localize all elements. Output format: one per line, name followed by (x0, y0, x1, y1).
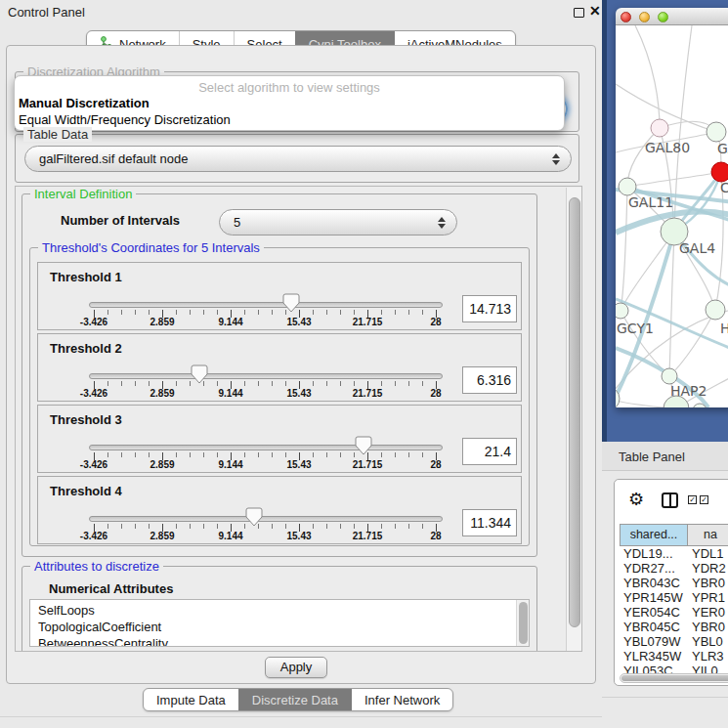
threshold-3-value-field[interactable]: 21.4 (462, 438, 517, 465)
network-node[interactable] (619, 178, 636, 195)
network-node[interactable] (616, 303, 628, 319)
settings-vertical-scrollbar[interactable] (566, 188, 581, 651)
tick-label: 9.144 (218, 459, 242, 470)
attributes-list-scrollbar[interactable] (516, 600, 529, 646)
table-row[interactable]: YER054CYER0 (620, 605, 728, 620)
network-node[interactable] (707, 122, 726, 142)
table-row[interactable]: YLR345WYLR3 (620, 649, 728, 664)
slider-track[interactable] (89, 445, 443, 450)
close-traffic-light-icon[interactable] (621, 12, 631, 22)
cell: YPR145W (623, 590, 686, 605)
table-row[interactable]: YPR145WYPR1 (620, 590, 728, 605)
control-panel-titlebar: Control Panel ✕ (0, 0, 602, 25)
threshold-2-panel: Threshold 2 -3.4262.8599.14415.4321.7152… (37, 333, 522, 402)
cell: YBL079W (623, 634, 686, 649)
slider-track[interactable] (89, 302, 443, 308)
tick-label: -3.426 (80, 388, 107, 399)
cell: YLR345W (623, 649, 686, 664)
checkbox-icon[interactable]: ✓ (688, 495, 697, 504)
scrollbar-thumb[interactable] (569, 197, 580, 627)
apply-button[interactable]: Apply (265, 657, 327, 678)
number-of-intervals-combobox[interactable]: 5 (219, 209, 457, 236)
threshold-1-panel: Threshold 1 -3.4262.8599.14415.4321.7152… (37, 262, 522, 330)
number-of-intervals-label: Number of Intervals (61, 213, 180, 228)
tick-label: 2.859 (150, 388, 174, 399)
threshold-1-value-field[interactable]: 14.713 (462, 295, 517, 322)
slider-thumb[interactable] (245, 507, 263, 527)
node-label: GA (717, 141, 728, 156)
checkbox-icon[interactable]: ✓ (700, 495, 708, 504)
table-data-group-label: Table Data (23, 127, 92, 142)
threshold-4-value-field[interactable]: 11.344 (462, 509, 517, 536)
network-canvas[interactable]: GAL80 GA C GAL11 GAL4 GCY1 H HAP2 (616, 25, 728, 407)
numerical-attributes-label: Numerical Attributes (49, 581, 173, 596)
table-panel-titlebar: Table Panel (602, 442, 728, 471)
column-header-shared-name[interactable]: shared... (620, 524, 688, 546)
tab-infer-network[interactable]: Infer Network (351, 689, 452, 710)
tab-impute-data-label: Impute Data (156, 693, 226, 707)
slider-track[interactable] (89, 516, 443, 522)
table-panel-body: ⚙ ✓ ✓ shared... na YDL19...YDL1 YDR27...… (614, 479, 728, 686)
tick-label: -3.426 (80, 531, 107, 541)
cell: YBR043C (623, 576, 686, 590)
column-header-name[interactable]: na (688, 524, 728, 546)
network-nodes (616, 119, 728, 407)
network-node-selected[interactable] (711, 162, 728, 182)
node-label: GAL11 (628, 194, 673, 210)
network-node[interactable] (651, 119, 668, 137)
network-window-titlebar[interactable] (616, 8, 728, 25)
close-icon[interactable]: ✕ (589, 3, 601, 19)
list-item-topologicalcoefficient[interactable]: TopologicalCoefficient (38, 619, 161, 635)
cyni-toolbox-panel: Discretization Algorithm Select algorith… (6, 45, 596, 684)
cell: YDL1 (692, 546, 724, 561)
slider-thumb[interactable] (355, 436, 372, 455)
table-row[interactable]: YBR043CYBR0 (620, 576, 728, 590)
gear-icon[interactable]: ⚙ (628, 491, 644, 508)
slider-thumb[interactable] (282, 293, 300, 313)
tab-discretize-data[interactable]: Discretize Data (238, 689, 351, 710)
tick-label: 28 (430, 459, 441, 470)
table-row[interactable]: YBR045CYBR0 (620, 620, 728, 634)
table-horizontal-scrollbar[interactable] (620, 673, 728, 683)
algorithm-dropdown-popup: Select algorithm to view settings Manual… (14, 75, 565, 131)
thresholds-group-label: Threshold's Coordinates for 5 Intervals (38, 240, 264, 255)
list-item-betweennesscentrality[interactable]: BetweennessCentrality (38, 635, 168, 647)
list-item-selfloops[interactable]: SelfLoops (38, 602, 95, 619)
tick-label: 9.144 (218, 317, 242, 327)
tick-label: -3.426 (80, 317, 107, 327)
network-graph: GAL80 GA C GAL11 GAL4 GCY1 H HAP2 (616, 25, 728, 407)
table-row[interactable]: YDR27...YDR2 (620, 561, 728, 576)
cell: YLR3 (692, 649, 724, 664)
tick-label: 28 (430, 388, 441, 399)
network-node[interactable] (706, 300, 725, 320)
table-row[interactable]: YBL079WYBL0 (620, 634, 728, 649)
cell: YBR045C (623, 620, 686, 634)
dropdown-option-equal-width[interactable]: Equal Width/Frequency Discretization (18, 112, 561, 127)
minimize-traffic-light-icon[interactable] (639, 12, 650, 22)
slider-track[interactable] (89, 373, 443, 379)
node-label: GAL80 (645, 140, 690, 155)
threshold-2-value-field[interactable]: 6.316 (462, 366, 517, 394)
scrollbar-thumb[interactable] (621, 675, 728, 681)
table-row[interactable]: YDL19...YDL1 (620, 546, 728, 561)
node-label: GCY1 (617, 321, 654, 336)
dropdown-option-manual-discretization[interactable]: Manual Discretization (18, 96, 561, 110)
table-data-combobox[interactable]: galFiltered.sif default node (24, 146, 572, 172)
tick-label: 15.43 (286, 388, 311, 399)
tab-impute-data[interactable]: Impute Data (144, 689, 238, 710)
number-of-intervals-value: 5 (234, 215, 240, 230)
cell: YER054C (623, 605, 686, 620)
zoom-traffic-light-icon[interactable] (658, 12, 668, 22)
split-columns-icon[interactable] (662, 492, 678, 508)
slider-thumb[interactable] (191, 364, 208, 384)
slider-tick-labels: -3.4262.8599.14415.4321.71528 (94, 531, 438, 542)
tick-label: 28 (430, 531, 441, 541)
node-attribute-table: shared... na YDL19...YDL1 YDR27...YDR2 Y… (620, 524, 728, 680)
cell: YDR27... (623, 561, 686, 576)
control-panel: Control Panel ✕ Network Style Select Cyn… (0, 0, 602, 728)
tick-label: 21.715 (353, 317, 383, 327)
table-panel: Table Panel ⚙ ✓ ✓ shared... na YDL19...Y… (602, 442, 728, 728)
tick-label: 15.43 (286, 531, 311, 541)
network-node[interactable] (662, 368, 677, 384)
float-window-icon[interactable] (574, 8, 584, 18)
